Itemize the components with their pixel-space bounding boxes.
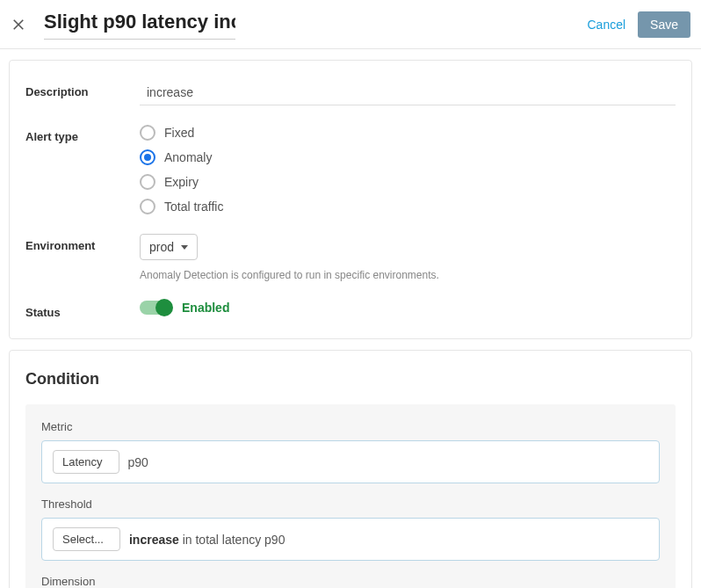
save-button[interactable]: Save [638,11,690,38]
status-toggle[interactable] [140,301,171,315]
description-label: Description [25,80,140,98]
environment-label: Environment [25,234,140,252]
radio-selected-icon [140,149,155,165]
alert-type-fixed[interactable]: Fixed [140,125,676,141]
environment-hint: Anomaly Detection is configured to run i… [140,269,676,281]
radio-label: Total traffic [164,200,223,214]
radio-icon [140,199,155,214]
condition-title: Condition [25,370,676,388]
alert-type-expiry[interactable]: Expiry [140,174,676,190]
alert-type-total-traffic[interactable]: Total traffic [140,199,676,214]
close-icon[interactable] [11,17,26,33]
metric-text: p90 [128,455,148,469]
dropdown-value: Select... [62,533,104,546]
threshold-bar: Select... increase in total latency p90 [41,518,660,561]
title-input[interactable] [44,9,235,40]
toggle-knob-icon [155,299,173,316]
alert-type-label: Alert type [25,125,140,143]
condition-panel: Condition Metric Latency p90 Threshold S… [9,350,692,588]
radio-label: Fixed [164,126,194,140]
radio-label: Anomaly [164,150,212,164]
radio-icon [140,174,155,190]
status-label: Status [25,301,140,319]
radio-icon [140,125,155,141]
page-header: Cancel Save [0,0,701,49]
threshold-label: Threshold [41,497,660,511]
condition-box: Metric Latency p90 Threshold Select... i… [25,404,676,588]
metric-dropdown[interactable]: Latency [53,450,119,474]
chevron-down-icon [181,245,188,250]
main-form-panel: Description Alert type Fixed Anomaly Exp… [9,60,692,339]
cancel-button[interactable]: Cancel [587,18,625,32]
description-input[interactable] [140,80,676,105]
dimension-label: Dimension [41,575,660,588]
threshold-text: increase in total latency p90 [129,533,285,547]
threshold-dropdown[interactable]: Select... [53,527,120,551]
radio-label: Expiry [164,175,199,189]
dropdown-value: Latency [62,455,103,468]
dropdown-value: prod [149,240,174,254]
status-value: Enabled [182,301,229,315]
metric-bar: Latency p90 [41,440,660,483]
metric-label: Metric [41,420,660,433]
environment-dropdown[interactable]: prod [140,234,198,260]
alert-type-anomaly[interactable]: Anomaly [140,149,676,165]
